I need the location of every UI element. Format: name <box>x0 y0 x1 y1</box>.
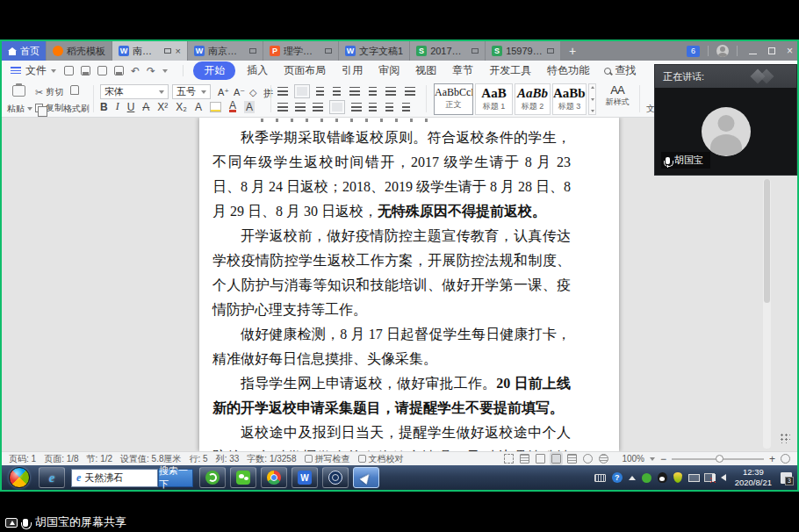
sort-icon[interactable] <box>369 87 377 96</box>
account-avatar[interactable] <box>716 45 729 57</box>
tray-qq-icon[interactable] <box>658 472 667 483</box>
font-color-button[interactable]: A <box>229 101 236 112</box>
font-name-select[interactable]: 宋体 <box>100 84 169 99</box>
increase-indent-icon[interactable] <box>333 87 341 96</box>
align-center-icon[interactable] <box>295 103 306 111</box>
document-text[interactable]: 秋季学期采取错峰返校原则。符合返校条件的学生，不同年级学生返校时间错开，2017… <box>212 126 571 451</box>
tab-presentation[interactable]: P 理学院17级开 <box>263 41 339 61</box>
font-size-select[interactable]: 五号 <box>172 84 211 99</box>
notification-icon[interactable]: 3 <box>781 472 792 484</box>
help-tray-icon[interactable]: ? <box>612 472 623 483</box>
read-layout-icon[interactable] <box>520 454 529 464</box>
clear-format-icon[interactable]: ◇ <box>249 87 256 98</box>
print-preview-icon[interactable] <box>114 66 124 75</box>
format-painter-button[interactable]: 格式刷 <box>63 103 90 115</box>
style-heading3[interactable]: AaBb( 标题 3 <box>552 83 587 115</box>
shading-icon[interactable] <box>385 103 393 111</box>
status-word-count[interactable]: 字数: 1/3258 <box>247 453 296 465</box>
find-menu[interactable]: 查找 <box>604 63 636 78</box>
start-button[interactable] <box>9 467 30 488</box>
meeting-panel-header[interactable]: 正在讲话: <box>655 65 796 88</box>
proofread-button[interactable]: 文档校对 <box>358 453 404 465</box>
file-menu[interactable]: 文件 <box>11 63 56 78</box>
taskbar-wechat[interactable] <box>230 467 256 488</box>
menu-item-section[interactable]: 章节 <box>444 61 481 80</box>
subscript-button[interactable]: X₂ <box>176 101 187 113</box>
tray-shield-icon[interactable] <box>673 472 682 483</box>
search-input[interactable]: e 天然沸石 <box>71 469 158 487</box>
side-panel-toggle-icon[interactable] <box>780 433 790 443</box>
borders-icon[interactable] <box>402 103 410 111</box>
scrollbar-thumb[interactable] <box>764 179 770 303</box>
tray-clock[interactable]: 12:39 2020/8/21 <box>735 467 772 489</box>
style-heading2[interactable]: AaBb 标题 2 <box>515 83 551 115</box>
numbered-list-icon[interactable] <box>297 87 307 96</box>
spell-check-button[interactable]: 拼写检查 <box>305 453 350 465</box>
tab-spreadsheet-2[interactable]: S 1597982919 <box>486 41 561 61</box>
tab-spreadsheet[interactable]: S 2017级研究生 <box>410 41 486 61</box>
zoom-slider[interactable] <box>672 458 764 460</box>
asian-layout-icon[interactable] <box>385 87 396 96</box>
pinyin-guide-button[interactable]: 拼 <box>263 87 273 100</box>
align-right-icon[interactable] <box>313 103 323 111</box>
tab-docer-templates[interactable]: 稻壳模板 <box>47 41 112 61</box>
taskbar-campus-app[interactable] <box>322 467 349 488</box>
shrink-font-button[interactable]: A⁻ <box>234 87 245 98</box>
chevron-down-icon[interactable] <box>650 457 655 461</box>
close-window-button[interactable]: × <box>787 46 793 56</box>
bullet-list-icon[interactable] <box>277 87 288 96</box>
keyboard-tray-icon[interactable] <box>594 474 606 482</box>
tab-document-active[interactable]: W 南京邮电大学 × <box>112 41 188 61</box>
justify-icon[interactable] <box>332 103 342 111</box>
highlight-color-button[interactable] <box>210 102 221 112</box>
tab-close-icon[interactable]: × <box>176 46 181 56</box>
write-mode-icon[interactable] <box>536 454 545 464</box>
export-icon[interactable] <box>81 66 90 75</box>
tray-360-icon[interactable] <box>642 473 651 483</box>
fullscreen-icon[interactable] <box>504 454 514 464</box>
italic-button[interactable]: I <box>116 100 119 113</box>
print-icon[interactable] <box>97 66 107 75</box>
save-icon[interactable] <box>64 66 74 75</box>
zoom-in-button[interactable]: + <box>769 454 775 464</box>
menu-item-insert[interactable]: 插入 <box>239 61 276 80</box>
align-left-icon[interactable] <box>277 103 288 111</box>
menu-item-home[interactable]: 开始 <box>193 61 235 80</box>
copy-button[interactable]: 复制 <box>35 102 63 114</box>
zoom-out-button[interactable]: − <box>660 454 666 464</box>
decrease-indent-icon[interactable] <box>316 87 324 96</box>
tab-document[interactable]: W 南京邮电大学 <box>188 41 263 61</box>
maximize-button[interactable] <box>768 47 775 54</box>
page-view-icon[interactable] <box>551 454 561 464</box>
search-button[interactable]: 搜索一下 <box>158 469 193 487</box>
document-page[interactable]: 秋季学期采取错峰返校原则。符合返校条件的学生，不同年级学生返校时间错开，2017… <box>199 118 619 451</box>
undo-icon[interactable]: ↶ <box>131 66 140 76</box>
char-effects-button[interactable]: A <box>195 101 202 113</box>
fit-page-icon[interactable] <box>781 454 790 464</box>
zoom-slider-thumb[interactable] <box>716 455 723 463</box>
distribute-icon[interactable] <box>351 103 362 111</box>
taskbar-ie[interactable]: e <box>39 467 65 488</box>
vertical-scrollbar[interactable] <box>763 179 771 449</box>
strikethrough-button[interactable]: A <box>142 101 149 113</box>
line-spacing-icon[interactable] <box>369 103 377 111</box>
char-shading-button[interactable]: A <box>244 101 255 113</box>
style-normal[interactable]: AaBbCcD 正文 <box>434 83 473 115</box>
cut-button[interactable]: ✂ 剪切 <box>35 86 63 98</box>
underline-button[interactable]: U <box>127 101 135 113</box>
menu-item-review[interactable]: 审阅 <box>371 61 407 80</box>
zoom-level[interactable]: 100% <box>622 454 644 464</box>
tray-volume-icon[interactable] <box>721 474 726 481</box>
new-style-button[interactable]: AA 新样式 <box>601 83 633 108</box>
superscript-button[interactable]: X² <box>157 101 168 113</box>
menu-item-dev-tools[interactable]: 开发工具 <box>481 61 539 80</box>
styles-gallery-scroll[interactable] <box>588 83 596 115</box>
taskbar-wps[interactable]: eW <box>292 467 318 488</box>
taskbar-chrome[interactable] <box>261 467 287 488</box>
character-scale-icon[interactable] <box>349 87 360 96</box>
minimize-button[interactable] <box>749 54 757 54</box>
document-count-badge[interactable]: 6 <box>687 46 700 57</box>
taskbar-meeting-app-active[interactable] <box>353 467 379 488</box>
show-hidden-icons-arrow[interactable] <box>629 476 636 480</box>
tab-home[interactable]: 首页 <box>2 41 47 61</box>
